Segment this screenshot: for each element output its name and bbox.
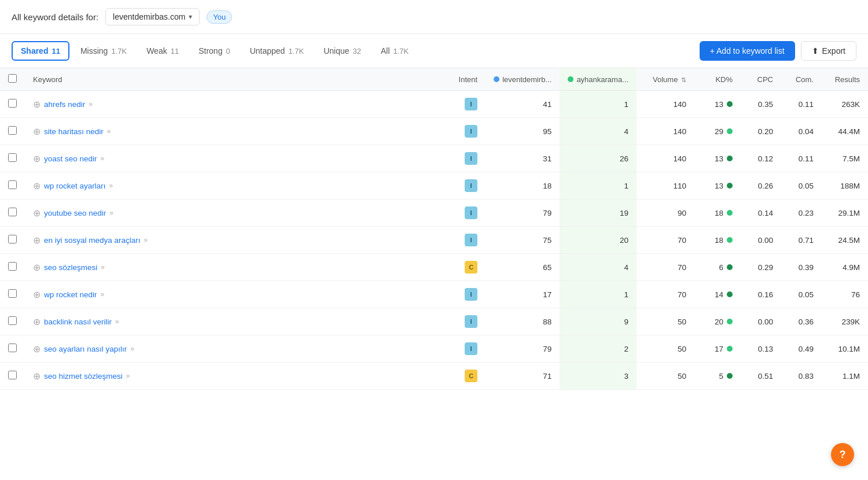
tab-unique[interactable]: Unique 32 bbox=[315, 41, 370, 61]
tab-label: Missing bbox=[80, 46, 108, 56]
tabs-actions: + Add to keyword list ⬆ Export bbox=[700, 41, 856, 61]
domain1-value: 79 bbox=[486, 335, 560, 363]
com-value: 0.83 bbox=[781, 363, 822, 390]
row-checkbox[interactable] bbox=[8, 235, 17, 243]
row-checkbox-cell[interactable] bbox=[0, 145, 25, 172]
add-keyword-icon[interactable]: ⊕ bbox=[33, 344, 41, 355]
row-checkbox-cell[interactable] bbox=[0, 118, 25, 145]
com-value: 0.49 bbox=[781, 335, 822, 363]
add-keyword-icon[interactable]: ⊕ bbox=[33, 126, 41, 137]
row-checkbox[interactable] bbox=[8, 153, 17, 162]
kd-number: 18 bbox=[715, 236, 723, 245]
kd-value: 5 bbox=[694, 363, 741, 390]
com-value: 0.39 bbox=[781, 254, 822, 281]
keyword-chevrons-icon: » bbox=[101, 290, 105, 298]
row-checkbox[interactable] bbox=[8, 99, 17, 108]
results-value: 188M bbox=[822, 172, 868, 200]
volume-value: 140 bbox=[637, 118, 694, 145]
row-checkbox[interactable] bbox=[8, 344, 17, 352]
cpc-value: 0.14 bbox=[741, 200, 781, 227]
keyword-link[interactable]: wp rocket nedir bbox=[44, 290, 97, 299]
keyword-link[interactable]: seo hizmet sözleşmesi bbox=[44, 372, 123, 381]
kd-number: 13 bbox=[715, 154, 723, 163]
kd-value: 13 bbox=[694, 91, 741, 118]
table-row: ⊕ wp rocket ayarları » I 18 1 110 13 0.2… bbox=[0, 172, 868, 200]
row-checkbox-cell[interactable] bbox=[0, 254, 25, 281]
cpc-value: 0.13 bbox=[741, 335, 781, 363]
add-keyword-icon[interactable]: ⊕ bbox=[33, 289, 41, 300]
domain-selector[interactable]: leventdemirbas.com ▾ bbox=[105, 8, 200, 25]
row-checkbox[interactable] bbox=[8, 126, 17, 135]
tab-missing[interactable]: Missing 1.7K bbox=[72, 41, 135, 61]
tab-all[interactable]: All 1.7K bbox=[372, 41, 417, 61]
tab-weak[interactable]: Weak 11 bbox=[138, 41, 187, 61]
select-all-checkbox[interactable] bbox=[8, 74, 17, 83]
add-to-keyword-list-button[interactable]: + Add to keyword list bbox=[700, 41, 795, 61]
row-checkbox[interactable] bbox=[8, 289, 17, 298]
keyword-link[interactable]: youtube seo nedir bbox=[44, 209, 106, 217]
row-checkbox[interactable] bbox=[8, 371, 17, 379]
row-checkbox-cell[interactable] bbox=[0, 308, 25, 335]
com-value: 0.11 bbox=[781, 145, 822, 172]
cpc-value: 0.29 bbox=[741, 254, 781, 281]
row-checkbox[interactable] bbox=[8, 208, 17, 216]
intent-badge: I bbox=[465, 152, 477, 165]
keyword-link[interactable]: site haritası nedir bbox=[44, 127, 104, 136]
com-value: 0.04 bbox=[781, 118, 822, 145]
keyword-link[interactable]: seo ayarları nasıl yapılır bbox=[44, 345, 127, 353]
volume-value: 50 bbox=[637, 363, 694, 390]
row-checkbox[interactable] bbox=[8, 316, 17, 325]
row-checkbox-cell[interactable] bbox=[0, 91, 25, 118]
row-checkbox-cell[interactable] bbox=[0, 200, 25, 227]
add-keyword-icon[interactable]: ⊕ bbox=[33, 316, 41, 327]
keyword-chevrons-icon: » bbox=[115, 317, 119, 326]
row-checkbox-cell[interactable] bbox=[0, 281, 25, 308]
intent-cell: C bbox=[445, 254, 486, 281]
row-checkbox[interactable] bbox=[8, 262, 17, 271]
domain1-dot bbox=[494, 76, 499, 82]
intent-cell: I bbox=[445, 281, 486, 308]
row-checkbox-cell[interactable] bbox=[0, 172, 25, 200]
keyword-chevrons-icon: » bbox=[109, 182, 113, 190]
results-column-header: Results bbox=[822, 68, 868, 91]
add-keyword-icon[interactable]: ⊕ bbox=[33, 208, 41, 219]
volume-column-header[interactable]: Volume ⇅ bbox=[637, 68, 694, 91]
keyword-chevrons-icon: » bbox=[101, 263, 105, 271]
domain1-column-header: leventdemirb... bbox=[486, 68, 560, 91]
keyword-link[interactable]: ahrefs nedir bbox=[44, 100, 85, 109]
row-checkbox[interactable] bbox=[8, 180, 17, 189]
add-keyword-icon[interactable]: ⊕ bbox=[33, 262, 41, 273]
row-checkbox-cell[interactable] bbox=[0, 227, 25, 254]
keyword-link[interactable]: wp rocket ayarları bbox=[44, 182, 106, 190]
tab-count: 1.7K bbox=[288, 47, 304, 56]
keyword-link[interactable]: backlink nasıl verilir bbox=[44, 317, 112, 326]
tab-strong[interactable]: Strong 0 bbox=[190, 41, 238, 61]
kd-value: 6 bbox=[694, 254, 741, 281]
select-all-header[interactable] bbox=[0, 68, 25, 91]
tab-label: Untapped bbox=[250, 46, 285, 56]
export-button[interactable]: ⬆ Export bbox=[801, 41, 856, 61]
header-title: All keyword details for: bbox=[12, 12, 98, 22]
row-checkbox-cell[interactable] bbox=[0, 335, 25, 363]
add-keyword-icon[interactable]: ⊕ bbox=[33, 99, 41, 110]
tab-label: Strong bbox=[198, 46, 222, 56]
export-icon: ⬆ bbox=[812, 46, 819, 56]
cpc-value: 0.51 bbox=[741, 363, 781, 390]
keyword-cell: ⊕ backlink nasıl verilir » bbox=[25, 308, 445, 335]
add-keyword-icon[interactable]: ⊕ bbox=[33, 153, 41, 164]
table-row: ⊕ seo ayarları nasıl yapılır » I 79 2 50… bbox=[0, 335, 868, 363]
kd-number: 13 bbox=[715, 182, 723, 190]
tab-shared[interactable]: Shared 11 bbox=[12, 41, 69, 61]
keyword-link[interactable]: en iyi sosyal medya araçları bbox=[44, 236, 141, 245]
add-keyword-icon[interactable]: ⊕ bbox=[33, 371, 41, 382]
add-keyword-icon[interactable]: ⊕ bbox=[33, 235, 41, 246]
keyword-link[interactable]: yoast seo nedir bbox=[44, 154, 97, 163]
intent-badge: I bbox=[465, 342, 477, 355]
add-keyword-icon[interactable]: ⊕ bbox=[33, 180, 41, 191]
kd-dot bbox=[727, 128, 733, 134]
keyword-chevrons-icon: » bbox=[89, 100, 93, 108]
intent-badge: I bbox=[465, 179, 477, 192]
keyword-link[interactable]: seo sözleşmesi bbox=[44, 263, 97, 272]
row-checkbox-cell[interactable] bbox=[0, 363, 25, 390]
tab-untapped[interactable]: Untapped 1.7K bbox=[241, 41, 312, 61]
